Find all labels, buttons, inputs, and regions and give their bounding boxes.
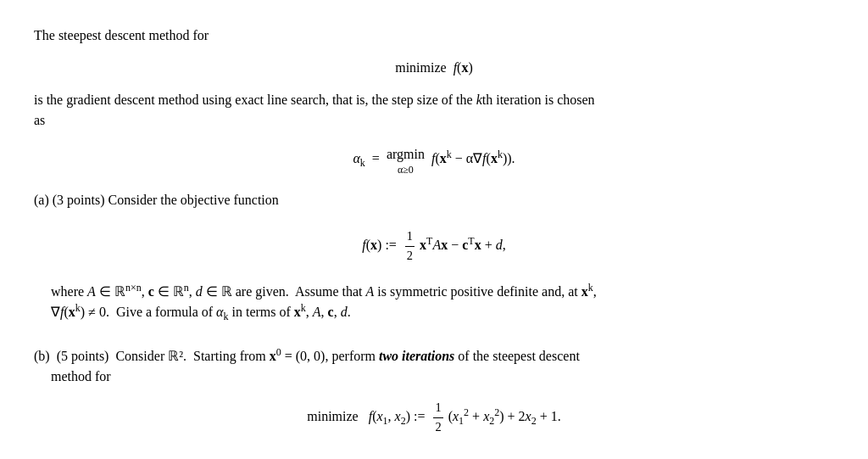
gradient-desc-text: is the gradient descent method using exa… bbox=[34, 90, 834, 110]
minimize-header: minimize f(x) bbox=[34, 58, 834, 78]
intro-paragraph: The steepest descent method for bbox=[34, 25, 834, 46]
equals-sign: = bbox=[369, 148, 383, 169]
argmin-block: argmin α≥0 bbox=[387, 144, 425, 175]
half-fraction: 1 2 bbox=[405, 227, 415, 265]
argmin-expression: f(xk − α∇f(xk)). bbox=[428, 148, 515, 169]
part-b-formula: minimize f(x1, x2) := 1 2 (x12 + x22) + … bbox=[34, 399, 834, 436]
where-paragraph: where A ∈ ℝn×n, c ∈ ℝn, d ∈ ℝ are given.… bbox=[51, 282, 834, 302]
alpha-formula: αk = argmin α≥0 f(xk − α∇f(xk)). bbox=[34, 144, 834, 175]
part-a-label: (a) (3 points) Consider the objective fu… bbox=[34, 190, 834, 210]
part-a: (a) (3 points) Consider the objective fu… bbox=[34, 190, 834, 322]
as-label: as bbox=[34, 110, 834, 131]
argmin-constraint: α≥0 bbox=[398, 165, 414, 175]
alpha-symbol: αk bbox=[353, 148, 364, 169]
main-content: The steepest descent method for minimize… bbox=[34, 25, 834, 436]
half-fraction-b: 1 2 bbox=[433, 399, 442, 436]
fx-label: f(x) bbox=[453, 60, 473, 75]
part-b: (b) (5 points) Consider ℝ². Starting fro… bbox=[34, 346, 834, 436]
line2-text: is the gradient descent method using exa… bbox=[34, 92, 476, 107]
quadratic-formula: f(x) := 1 2 xTAx − cTx + d, bbox=[34, 227, 834, 265]
fx-def: f(x) := 1 2 xTAx − cTx + d, bbox=[362, 238, 505, 252]
fx12-expr: f(x1, x2) := 1 2 (x12 + x22) + 2x2 + 1. bbox=[369, 409, 561, 423]
minimize-label: minimize bbox=[395, 60, 446, 75]
grad-paragraph: ∇f(xk) ≠ 0. Give a formula of αk in term… bbox=[51, 302, 834, 322]
minimize-b-label: minimize bbox=[307, 409, 364, 423]
part-b-method-for: method for bbox=[51, 367, 834, 387]
line2b-text: th iteration is chosen bbox=[482, 92, 595, 107]
argmin-label: argmin bbox=[387, 144, 425, 165]
part-b-text: (b) (5 points) Consider ℝ². Starting fro… bbox=[34, 346, 834, 367]
kth-italic: k bbox=[476, 92, 482, 107]
intro-text: The steepest descent method for bbox=[34, 28, 209, 42]
